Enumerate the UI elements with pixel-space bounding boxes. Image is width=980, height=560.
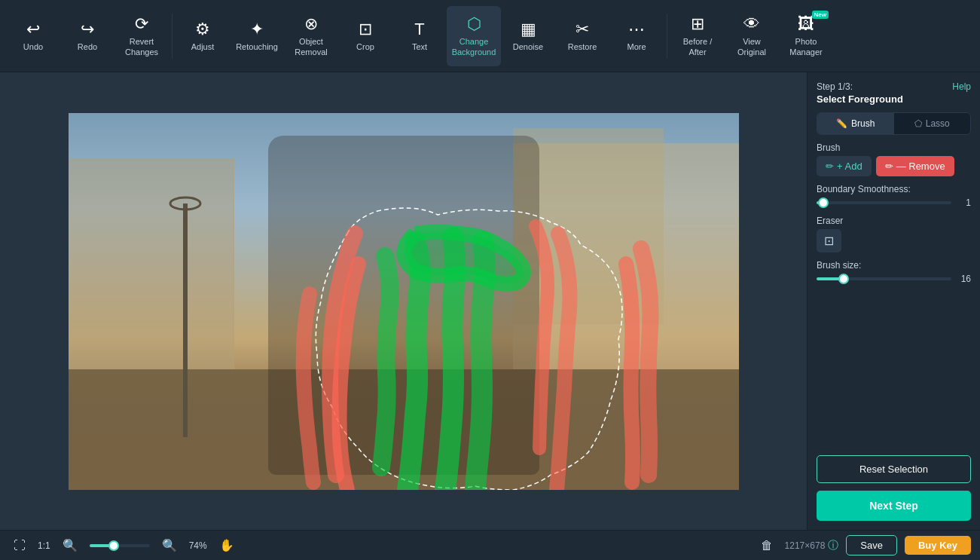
pan-icon: ✋	[219, 539, 234, 552]
more-label: More	[627, 42, 646, 52]
brush-remove-icon: ✏	[885, 161, 893, 172]
view-original-button[interactable]: 👁 View Original	[725, 6, 779, 66]
person-area	[268, 136, 539, 475]
redo-icon: ↪	[81, 20, 94, 39]
denoise-label: Denoise	[513, 42, 543, 52]
zoom-out-button[interactable]: 🔍	[58, 537, 82, 554]
undo-icon: ↩	[26, 20, 40, 39]
boundary-slider-value: 1	[957, 197, 971, 208]
photo-manager-button[interactable]: New 🖼 Photo Manager	[779, 6, 833, 66]
delete-button[interactable]: 🗑	[756, 537, 777, 554]
next-step-label: Next Step	[869, 500, 918, 512]
crop-button[interactable]: ⊡ Crop	[338, 6, 392, 66]
retouching-label: Retouching	[236, 42, 278, 52]
delete-icon: 🗑	[761, 539, 773, 552]
save-button[interactable]: Save	[846, 535, 897, 555]
zoom-in-icon: 🔍	[162, 539, 177, 552]
spacer	[817, 292, 971, 448]
divider-1	[172, 14, 172, 59]
zoom-slider-track[interactable]	[90, 544, 150, 547]
toolbar: ↩ Undo ↪ Redo ⟳ Revert Changes ⚙ Adjust …	[0, 0, 980, 72]
eraser-icon: ⊡	[824, 234, 834, 248]
pan-button[interactable]: ✋	[215, 537, 239, 554]
text-button[interactable]: T Text	[392, 6, 447, 66]
lasso-tab-label: Lasso	[926, 118, 950, 129]
change-background-button[interactable]: ⬡ Change Background	[447, 6, 501, 66]
image-info: 1217×678 ⓘ	[785, 539, 839, 552]
boundary-slider-track[interactable]	[817, 201, 951, 204]
image-canvas[interactable]	[69, 113, 739, 490]
crop-icon: ⊡	[359, 20, 372, 39]
boundary-slider-row: 1	[817, 197, 971, 208]
brush-remove-button[interactable]: ✏ — Remove	[876, 156, 954, 176]
step-header: Step 1/3: Select Foreground Help	[817, 81, 971, 105]
boundary-slider-thumb[interactable]	[818, 197, 829, 208]
object-removal-button[interactable]: ⊗ Object Removal	[284, 6, 338, 66]
text-label: Text	[412, 42, 427, 52]
save-label: Save	[860, 540, 883, 551]
before-after-label: Before / After	[683, 37, 713, 57]
boundary-smoothness-section: Boundary Smoothness: 1	[817, 184, 971, 208]
boundary-label: Boundary Smoothness:	[817, 184, 971, 194]
brush-buttons: ✏ + Add ✏ — Remove	[817, 156, 971, 176]
brush-size-slider-thumb[interactable]	[838, 274, 849, 284]
view-original-icon: 👁	[743, 14, 760, 34]
tab-brush[interactable]: ✏️ Brush	[817, 113, 894, 134]
brush-tab-label: Brush	[851, 118, 875, 129]
next-step-button[interactable]: Next Step	[817, 491, 971, 521]
zoom-in-button[interactable]: 🔍	[157, 537, 182, 554]
restore-button[interactable]: ✂ Restore	[555, 6, 609, 66]
denoise-button[interactable]: ▦ Denoise	[501, 6, 555, 66]
brush-tab-icon: ✏️	[836, 118, 847, 129]
brush-add-button[interactable]: ✏ + Add	[817, 156, 872, 176]
brush-size-slider-track[interactable]	[817, 277, 951, 280]
undo-button[interactable]: ↩ Undo	[6, 6, 60, 66]
more-button[interactable]: ⋯ More	[609, 6, 664, 66]
brush-size-slider-row: 16	[817, 274, 971, 284]
fit-to-screen-button[interactable]: ⛶	[9, 537, 30, 554]
adjust-label: Adjust	[191, 42, 215, 52]
buy-key-label: Buy Key	[918, 540, 957, 551]
info-icon[interactable]: ⓘ	[828, 539, 838, 552]
step-info: Step 1/3:	[817, 81, 903, 92]
zoom-percent-label: 74%	[189, 540, 207, 551]
new-badge: New	[812, 11, 829, 19]
text-icon: T	[414, 20, 424, 39]
brush-section-label: Brush	[817, 142, 971, 153]
step-title: Select Foreground	[817, 93, 903, 105]
change-bg-icon: ⬡	[467, 14, 481, 34]
brush-size-label: Brush size:	[817, 260, 971, 271]
canvas-area[interactable]	[0, 72, 807, 530]
bottom-bar: ⛶ 1:1 🔍 🔍 74% ✋ 🗑 1217×678 ⓘ Save Buy Ke…	[0, 530, 980, 560]
zoom-ratio-label: 1:1	[38, 540, 50, 551]
more-icon: ⋯	[628, 20, 645, 39]
redo-button[interactable]: ↪ Redo	[60, 6, 114, 66]
brush-section: Brush ✏ + Add ✏ — Remove	[817, 142, 971, 176]
revert-label: Revert Changes	[125, 37, 158, 57]
brush-remove-label: — Remove	[896, 161, 945, 172]
adjust-button[interactable]: ⚙ Adjust	[176, 6, 230, 66]
reset-selection-button[interactable]: Reset Selection	[817, 455, 971, 483]
help-link[interactable]: Help	[952, 81, 971, 92]
buy-key-button[interactable]: Buy Key	[905, 536, 971, 555]
eraser-section-label: Eraser	[817, 216, 971, 226]
tab-lasso[interactable]: ⬠ Lasso	[894, 113, 971, 134]
adjust-icon: ⚙	[195, 20, 210, 39]
before-after-button[interactable]: ⊞ Before / After	[670, 6, 725, 66]
restore-icon: ✂	[575, 20, 589, 39]
revert-button[interactable]: ⟳ Revert Changes	[114, 6, 169, 66]
brush-add-icon: ✏	[826, 161, 834, 172]
zoom-slider-thumb[interactable]	[108, 540, 119, 551]
eraser-button[interactable]: ⊡	[817, 229, 841, 252]
eraser-section: Eraser ⊡	[817, 216, 971, 252]
reset-selection-label: Reset Selection	[859, 464, 928, 475]
retouching-button[interactable]: ✦ Retouching	[230, 6, 284, 66]
crop-label: Crop	[356, 42, 374, 52]
brush-add-label: + Add	[837, 161, 862, 172]
divider-2	[667, 14, 667, 59]
zoom-out-icon: 🔍	[63, 539, 78, 552]
object-removal-label: Object Removal	[295, 37, 327, 57]
restore-label: Restore	[568, 42, 597, 52]
retouching-icon: ✦	[250, 20, 264, 39]
before-after-icon: ⊞	[691, 14, 704, 34]
